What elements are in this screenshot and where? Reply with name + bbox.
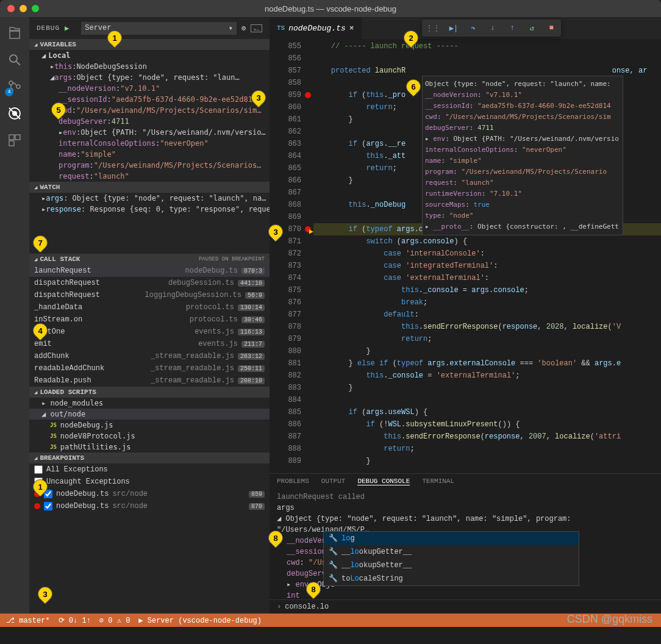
tab-nodedebug[interactable]: TS nodeDebug.ts × — [270, 17, 362, 39]
script-nodeDebug.js[interactable]: JSnodeDebug.js — [29, 420, 270, 431]
bp-all-ex[interactable]: All Exceptions — [29, 463, 270, 476]
window-title: nodeDebug.ts — vscode-node-debug — [265, 4, 396, 13]
svg-rect-7 — [15, 135, 20, 140]
var-program[interactable]: program: "/Users/weinand/MS/Projects/Sce… — [29, 160, 270, 171]
explorer-icon[interactable] — [6, 24, 23, 41]
panel-tab-PROBLEMS[interactable]: PROBLEMS — [277, 478, 309, 485]
intelli-toLocaleString[interactable]: 🔧toLocaleString — [324, 572, 579, 585]
debug-console[interactable]: launchRequest calledargs◢ Object {type: … — [270, 489, 661, 599]
scm-badge: 4 — [5, 88, 13, 96]
launch-status[interactable]: ▶ Server (vscode-node-debug) — [138, 616, 262, 625]
maximize-window[interactable] — [32, 5, 39, 12]
extensions-icon[interactable] — [6, 132, 23, 149]
start-debug-icon[interactable]: ▶ — [65, 24, 69, 33]
close-tab-icon[interactable]: × — [349, 24, 354, 33]
debug-config-select[interactable]: Server▾ — [81, 22, 237, 35]
loaded-header[interactable]: ◢LOADED SCRIPTS — [29, 387, 270, 398]
line-gutter[interactable]: 8558568578588598608618628638648658668678… — [270, 39, 313, 473]
var-env[interactable]: ▸ env: Object {PATH: "/Users/weinand/.nv… — [29, 127, 270, 138]
watermark: CSDN @gqkmiss — [567, 613, 652, 626]
panel-tab-TERMINAL[interactable]: TERMINAL — [422, 478, 454, 485]
frame-inStream.on[interactable]: inStream.onprotocol.ts30:46 — [29, 313, 270, 326]
svg-point-0 — [10, 55, 17, 62]
tab-label: nodeDebug.ts — [288, 24, 346, 33]
frame-launchRequest[interactable]: launchRequestnodeDebug.ts870:3 — [29, 265, 270, 277]
intelli-__lookupGetter__[interactable]: 🔧__lookupGetter__ — [324, 545, 579, 559]
var-internalConsoleOptions[interactable]: internalConsoleOptions: "neverOpen" — [29, 138, 270, 149]
svg-point-5 — [12, 111, 17, 116]
intellisense-popup[interactable]: 🔧log🔧__lookupGetter__🔧__lookupSetter__🔧t… — [323, 531, 579, 586]
breakpoints-header[interactable]: ◢BREAKPOINTS — [29, 453, 270, 463]
titlebar: nodeDebug.ts — vscode-node-debug — [0, 0, 661, 17]
panel-tab-OUTPUT[interactable]: OUTPUT — [321, 478, 346, 485]
intelli-__lookupSetter__[interactable]: 🔧__lookupSetter__ — [324, 559, 579, 572]
svg-point-3 — [16, 85, 20, 88]
frame-emitOne[interactable]: emitOneevents.js116:13 — [29, 326, 270, 338]
svg-rect-8 — [9, 141, 14, 146]
debug-toolbar[interactable]: ⋮⋮ ▶| ↷ ↓ ↑ ↺ ■ — [422, 20, 561, 37]
var-name[interactable]: name: "simple" — [29, 149, 270, 160]
watch-header[interactable]: ◢WATCH — [29, 182, 270, 193]
stop-icon[interactable]: ■ — [545, 22, 557, 34]
svg-point-1 — [9, 81, 13, 85]
bp-item[interactable]: nodeDebug.tssrc/node859 — [29, 488, 270, 500]
var-args[interactable]: ◢ args: Object {type: "node", request: "… — [29, 72, 270, 83]
scm-icon[interactable]: 4 — [6, 78, 23, 95]
var-__nodeVersion[interactable]: __nodeVersion: "v7.10.1" — [29, 83, 270, 94]
script-out/node[interactable]: ◢ out/node — [29, 409, 270, 420]
restart-icon[interactable]: ↺ — [526, 22, 538, 34]
frame-addChunk[interactable]: addChunk_stream_readable.js263:12 — [29, 350, 270, 362]
callstack-header[interactable]: ◢CALL STACKPAUSED ON BREAKPOINT — [29, 254, 270, 265]
frame-dispatchRequest[interactable]: dispatchRequestdebugSession.ts441:10 — [29, 277, 270, 289]
watch-response[interactable]: ▸ response: Response {seq: 0, type: "res… — [29, 204, 270, 215]
watch-args[interactable]: ▸ args: Object {type: "node", request: "… — [29, 193, 270, 204]
frame-_handleData[interactable]: _handleDataprotocol.ts130:14 — [29, 301, 270, 313]
bottom-panel: PROBLEMSOUTPUTDEBUG CONSOLETERMINAL laun… — [270, 473, 661, 614]
var-this[interactable]: ▸ this: NodeDebugSession — [29, 61, 270, 72]
var-__sessionId[interactable]: __sessionId: "aeda75fb-637d-4660-9b2e-ee… — [29, 94, 270, 105]
error-count[interactable]: ⊘ 0 ⚠ 0 — [99, 616, 130, 625]
bp-item[interactable]: nodeDebug.tssrc/node870 — [29, 500, 270, 512]
frame-readableAddChunk[interactable]: readableAddChunk_stream_readable.js250:1… — [29, 362, 270, 374]
gear-icon[interactable]: ⚙ — [241, 24, 246, 33]
git-branch[interactable]: ⎇ master* — [6, 616, 50, 625]
status-bar: ⎇ master* ⟳ 0↓ 1↑ ⊘ 0 ⚠ 0 ▶ Server (vsco… — [0, 614, 661, 627]
minimize-window[interactable] — [20, 5, 27, 12]
activity-bar: 4 — [0, 17, 29, 614]
frame-Readable.push[interactable]: Readable.push_stream_readable.js208:10 — [29, 374, 270, 387]
panel-tab-DEBUG CONSOLE[interactable]: DEBUG CONSOLE — [357, 478, 410, 485]
step-out-icon[interactable]: ↑ — [506, 22, 518, 34]
script-nodeV8Protocol.js[interactable]: JSnodeV8Protocol.js — [29, 431, 270, 442]
script-node_modules[interactable]: ▸ node_modules — [29, 398, 270, 409]
continue-icon[interactable]: ▶| — [448, 22, 460, 34]
variables-header[interactable]: ◢VARIABLES — [29, 39, 270, 50]
step-over-icon[interactable]: ↷ — [467, 22, 479, 34]
sync-status[interactable]: ⟳ 0↓ 1↑ — [59, 616, 91, 625]
step-into-icon[interactable]: ↓ — [487, 22, 499, 34]
search-icon[interactable] — [6, 51, 23, 68]
intelli-log[interactable]: 🔧log — [324, 532, 579, 545]
debug-hover: Object {type: "node", request: "launch",… — [422, 76, 623, 235]
drag-handle-icon[interactable]: ⋮⋮ — [426, 24, 440, 33]
console-input[interactable]: › console.lo — [270, 599, 661, 614]
var-debugServer[interactable]: debugServer: 4711 — [29, 116, 270, 127]
ts-file-icon: TS — [277, 24, 285, 32]
close-window[interactable] — [7, 5, 15, 12]
debug-icon[interactable] — [6, 105, 23, 122]
script-pathUtilities.js[interactable]: JSpathUtilities.js — [29, 442, 270, 453]
bp-uncaught-ex[interactable]: Uncaught Exceptions — [29, 476, 270, 488]
svg-rect-6 — [9, 135, 14, 140]
frame-dispatchRequest[interactable]: dispatchRequestloggingDebugSession.ts56:… — [29, 289, 270, 301]
scope-local[interactable]: ◢Local — [29, 50, 270, 61]
frame-emit[interactable]: emitevents.js211:7 — [29, 338, 270, 350]
var-request[interactable]: request: "launch" — [29, 171, 270, 182]
console-icon[interactable]: ⌄_ — [251, 24, 262, 32]
sidebar-title: DEBUG — [37, 24, 60, 32]
